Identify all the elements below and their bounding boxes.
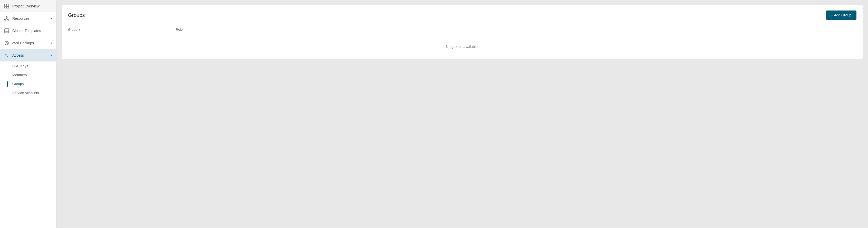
sidebar-item-label: Cluster Templates bbox=[12, 29, 41, 33]
sidebar-item-access[interactable]: Access ▴ bbox=[0, 49, 56, 62]
svg-point-6 bbox=[8, 19, 9, 21]
sidebar-item-members[interactable]: Members bbox=[0, 70, 56, 79]
service-accounts-label: Service Accounts bbox=[12, 91, 39, 95]
groups-card: Groups + Add Group Group ▲ Role No group… bbox=[62, 5, 863, 59]
chevron-down-icon: ▾ bbox=[51, 17, 52, 20]
templates-icon bbox=[4, 28, 9, 33]
sidebar-item-label: Project Overview bbox=[12, 4, 39, 8]
sort-icon: ▲ bbox=[78, 28, 81, 31]
sidebar-item-ssh-keys[interactable]: SSH Keys bbox=[0, 62, 56, 70]
sidebar-item-groups[interactable]: Groups bbox=[0, 79, 56, 88]
members-label: Members bbox=[12, 73, 27, 77]
sidebar-item-label: Resources bbox=[12, 16, 30, 21]
resources-icon bbox=[4, 16, 9, 21]
chevron-up-icon: ▴ bbox=[51, 54, 52, 57]
empty-message: No groups available. bbox=[446, 45, 479, 49]
card-header: Groups + Add Group bbox=[62, 5, 863, 25]
sidebar-item-service-accounts[interactable]: Service Accounts bbox=[0, 88, 56, 97]
sidebar-item-project-overview[interactable]: Project Overview bbox=[0, 0, 56, 12]
svg-line-8 bbox=[5, 19, 7, 19]
svg-point-4 bbox=[6, 17, 7, 18]
add-group-button[interactable]: + Add Group bbox=[826, 10, 857, 20]
table-header: Group ▲ Role bbox=[62, 25, 863, 34]
group-column-header[interactable]: Group ▲ bbox=[68, 28, 176, 32]
sidebar: Project Overview Resources ▾ C bbox=[0, 0, 57, 228]
svg-rect-3 bbox=[7, 6, 9, 8]
sidebar-item-label: Access bbox=[12, 53, 24, 58]
grid-icon bbox=[4, 4, 9, 9]
ssh-keys-label: SSH Keys bbox=[12, 64, 28, 68]
svg-rect-0 bbox=[5, 4, 6, 6]
backup-icon bbox=[4, 40, 9, 46]
sidebar-item-etcd-backups[interactable]: etcd Backups ▾ bbox=[0, 37, 56, 49]
svg-rect-10 bbox=[5, 29, 9, 33]
svg-line-9 bbox=[7, 19, 8, 19]
groups-label: Groups bbox=[12, 82, 24, 86]
role-column-header: Role bbox=[176, 28, 183, 32]
svg-rect-1 bbox=[7, 4, 9, 6]
page-title: Groups bbox=[68, 12, 85, 18]
sidebar-item-label: etcd Backups bbox=[12, 41, 34, 45]
main-content: Groups + Add Group Group ▲ Role No group… bbox=[57, 0, 868, 228]
sidebar-item-cluster-templates[interactable]: Cluster Templates bbox=[0, 25, 56, 37]
svg-point-5 bbox=[5, 19, 6, 21]
sidebar-item-resources[interactable]: Resources ▾ bbox=[0, 12, 56, 25]
access-submenu: SSH Keys Members Groups Service Accounts bbox=[0, 62, 56, 97]
chevron-down-icon: ▾ bbox=[51, 41, 52, 45]
svg-rect-2 bbox=[5, 6, 6, 8]
key-icon bbox=[4, 53, 9, 58]
empty-state: No groups available. bbox=[62, 34, 863, 59]
